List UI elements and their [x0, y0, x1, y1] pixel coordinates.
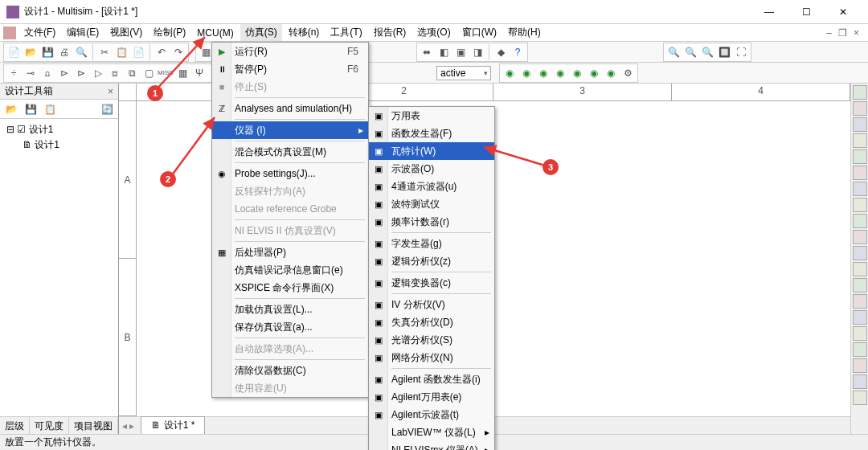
- probe-btn-1[interactable]: ◉: [502, 65, 518, 81]
- inst-btn-2[interactable]: [853, 101, 867, 116]
- comp-btn-8[interactable]: ⧉: [124, 65, 140, 81]
- new-button[interactable]: 📄: [6, 44, 22, 60]
- menu-load-sim[interactable]: 加载仿真设置(L)...: [212, 301, 368, 318]
- minimize-button[interactable]: —: [751, 0, 788, 24]
- tb-btn-c4[interactable]: ◨: [469, 44, 485, 60]
- open-button[interactable]: 📂: [23, 44, 39, 60]
- menu-tools[interactable]: 工具(T): [326, 24, 366, 41]
- tb-btn-c5[interactable]: ◆: [493, 44, 509, 60]
- sheet-tab-1[interactable]: 🗎 设计1 *: [141, 416, 205, 434]
- tb-btn-c1[interactable]: ⬌: [419, 44, 435, 60]
- menu-run[interactable]: ▶运行(R)F5: [212, 43, 368, 60]
- zoom-in-icon[interactable]: 🔍: [682, 44, 698, 60]
- inst-scope4[interactable]: ▣4通道示波器(u): [369, 178, 494, 195]
- inst-btn-10[interactable]: [853, 230, 867, 244]
- tab-visibility[interactable]: 可见度: [30, 417, 69, 434]
- inst-labview[interactable]: LabVIEW™ 仪器(L)▸: [369, 423, 494, 441]
- tb-btn-c3[interactable]: ▣: [452, 44, 469, 60]
- inst-wattmeter[interactable]: ▣瓦特计(W): [369, 142, 494, 160]
- inst-btn-16[interactable]: [853, 326, 867, 341]
- toolbox-btn-1[interactable]: 📂: [3, 101, 19, 117]
- toolbox-btn-4[interactable]: 🔄: [99, 101, 115, 117]
- inst-ivan[interactable]: ▣IV 分析仪(V): [369, 296, 494, 313]
- save-button[interactable]: 💾: [39, 44, 55, 60]
- inst-btn-6[interactable]: [853, 166, 867, 180]
- inst-btn-12[interactable]: [853, 262, 867, 276]
- inst-btn-20[interactable]: [853, 391, 867, 405]
- tab-hierarchy[interactable]: 层级: [0, 417, 30, 434]
- print-button[interactable]: 🖨: [56, 44, 72, 60]
- menu-transfer[interactable]: 转移(n): [284, 24, 325, 41]
- inst-logicconv[interactable]: ▣逻辑变换器(c): [369, 274, 494, 292]
- menu-instruments[interactable]: 仪器 (I)▸: [212, 121, 368, 139]
- tree-root[interactable]: ⊟ ☑ 设计1: [3, 122, 115, 137]
- inst-funcgen[interactable]: ▣函数发生器(F): [369, 125, 494, 142]
- preview-button[interactable]: 🔍: [73, 44, 89, 60]
- fullscreen-icon[interactable]: ⛶: [733, 44, 749, 60]
- undo-button[interactable]: ↶: [154, 44, 170, 60]
- comp-btn-1[interactable]: ÷: [6, 65, 22, 81]
- inst-btn-13[interactable]: [853, 278, 867, 292]
- menu-view[interactable]: 视图(V): [105, 24, 147, 41]
- zoom-area-icon[interactable]: 🔲: [716, 44, 732, 60]
- cut-button[interactable]: ✂: [96, 44, 113, 60]
- inst-btn-11[interactable]: [853, 246, 867, 260]
- zoom-out-icon[interactable]: 🔍: [699, 44, 715, 60]
- comp-btn-11[interactable]: ▦: [174, 65, 190, 81]
- comp-btn-10[interactable]: MISC: [158, 65, 174, 81]
- inst-agfg[interactable]: ▣Agilent 函数发生器(i): [369, 370, 494, 388]
- inst-spectrum[interactable]: ▣光谱分析仪(S): [369, 331, 494, 349]
- comp-btn-5[interactable]: ⊳: [73, 65, 89, 81]
- paste-button[interactable]: 📄: [130, 44, 146, 60]
- comp-btn-2[interactable]: ⊸: [23, 65, 39, 81]
- menu-reverse-probe[interactable]: 反转探针方向(A): [212, 182, 368, 200]
- comp-btn-3[interactable]: ⩍: [39, 65, 55, 81]
- inst-btn-5[interactable]: [853, 149, 867, 164]
- inst-btn-18[interactable]: [853, 358, 867, 373]
- inst-wordgen[interactable]: ▣字发生器(g): [369, 235, 494, 252]
- inst-btn-9[interactable]: [853, 214, 867, 228]
- inst-bode[interactable]: ▣波特测试仪: [369, 195, 494, 213]
- zoom-fit-icon[interactable]: 🔍: [665, 44, 682, 60]
- mdi-close[interactable]: ×: [851, 27, 862, 39]
- mdi-minimize[interactable]: –: [824, 27, 834, 39]
- menu-locate-ref[interactable]: Locate reference Grobe: [212, 200, 368, 218]
- menu-errlog[interactable]: 仿真错误记录信息窗口(e): [212, 261, 368, 279]
- mdi-restore[interactable]: ❐: [836, 27, 850, 39]
- menu-save-sim[interactable]: 保存仿真设置(a)...: [212, 318, 368, 336]
- menu-autofault[interactable]: 自动故障选项(A)...: [212, 340, 368, 358]
- menu-options[interactable]: 选项(O): [412, 24, 455, 41]
- menu-postproc[interactable]: ▦后处理器(P): [212, 243, 368, 261]
- copy-button[interactable]: 📋: [113, 44, 129, 60]
- comp-btn-7[interactable]: ⧈: [107, 65, 123, 81]
- menu-pause[interactable]: ⏸暂停(P)F6: [212, 60, 368, 78]
- inst-btn-1[interactable]: [853, 85, 867, 100]
- inst-elvismx[interactable]: NI ELVISmx 仪器(A)▸: [369, 441, 494, 450]
- inst-btn-19[interactable]: [853, 374, 867, 389]
- menu-reports[interactable]: 报告(R): [369, 24, 411, 41]
- mode-combo[interactable]: active: [436, 66, 491, 80]
- inst-btn-14[interactable]: [853, 294, 867, 309]
- comp-btn-4[interactable]: ⊳: [56, 65, 72, 81]
- probe-btn-6[interactable]: ◉: [586, 65, 602, 81]
- tab-project[interactable]: 项目视图: [69, 417, 118, 434]
- comp-btn-9[interactable]: ▢: [141, 65, 157, 81]
- inst-btn-3[interactable]: [853, 117, 867, 132]
- design-tree[interactable]: ⊟ ☑ 设计1 🗎 设计1: [0, 119, 118, 416]
- menu-tolerance[interactable]: 使用容差(U): [212, 379, 368, 397]
- menu-xspice[interactable]: XSPICE 命令行界面(X): [212, 279, 368, 297]
- menu-place[interactable]: 绘制(P): [149, 24, 190, 41]
- inst-freqcnt[interactable]: ▣频率计数器(r): [369, 213, 494, 231]
- inst-btn-17[interactable]: [853, 342, 867, 357]
- menu-clear-data[interactable]: 清除仪器数据(C): [212, 362, 368, 379]
- tb-btn-c2[interactable]: ◧: [436, 44, 452, 60]
- probe-btn-8[interactable]: ⚙: [620, 65, 636, 81]
- probe-btn-7[interactable]: ◉: [603, 65, 619, 81]
- comp-btn-6[interactable]: ▷: [90, 65, 106, 81]
- inst-netan[interactable]: ▣网络分析仪(N): [369, 349, 494, 366]
- sheet-nav[interactable]: ◂ ▸: [119, 420, 137, 432]
- probe-btn-2[interactable]: ◉: [518, 65, 534, 81]
- probe-btn-5[interactable]: ◉: [569, 65, 585, 81]
- menu-file[interactable]: 文件(F): [19, 24, 60, 41]
- comp-btn-12[interactable]: Ψ: [191, 65, 207, 81]
